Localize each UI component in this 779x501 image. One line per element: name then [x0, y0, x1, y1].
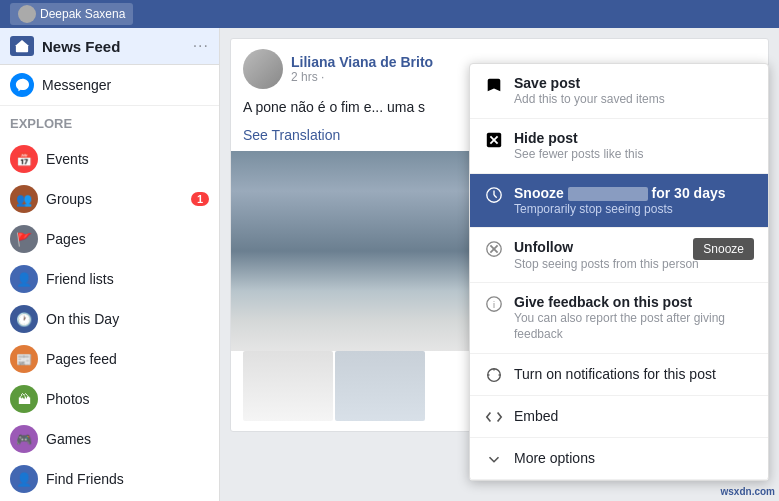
dropdown-item-snooze[interactable]: Snooze for 30 days Temporarily stop seei… — [470, 174, 768, 229]
feedback-subtitle: You can also report the post after givin… — [514, 311, 754, 342]
save-post-subtitle: Add this to your saved items — [514, 92, 754, 108]
find-friends-label: Find Friends — [46, 471, 209, 487]
thumbnail-1 — [243, 351, 333, 421]
hide-post-subtitle: See fewer posts like this — [514, 147, 754, 163]
hide-post-icon — [484, 130, 504, 150]
explore-section: Explore — [0, 106, 219, 139]
pages-label: Pages — [46, 231, 209, 247]
profile-name: Deepak Saxena — [40, 7, 125, 21]
games-label: Games — [46, 431, 209, 447]
pages-feed-icon: 📰 — [10, 345, 38, 373]
friend-lists-label: Friend lists — [46, 271, 209, 287]
snooze-title: Snooze for 30 days — [514, 184, 754, 202]
sidebar-item-pages[interactable]: 🚩 Pages — [0, 219, 219, 259]
groups-icon: 👥 — [10, 185, 38, 213]
svg-text:i: i — [493, 300, 495, 310]
save-post-icon — [484, 75, 504, 95]
more-options-label: More options — [514, 450, 595, 466]
dropdown-item-save-post[interactable]: Save post Add this to your saved items — [470, 64, 768, 119]
sidebar-item-on-this-day[interactable]: 🕐 On this Day — [0, 299, 219, 339]
on-this-day-label: On this Day — [46, 311, 209, 327]
on-this-day-icon: 🕐 — [10, 305, 38, 333]
snooze-subtitle: Temporarily stop seeing posts — [514, 202, 754, 218]
save-post-text: Save post Add this to your saved items — [514, 74, 754, 108]
photos-icon: 🏔 — [10, 385, 38, 413]
sidebar-item-find-friends[interactable]: 👤 Find Friends — [0, 459, 219, 499]
dropdown-item-notifications[interactable]: Turn on notifications for this post — [470, 354, 768, 396]
pages-icon: 🚩 — [10, 225, 38, 253]
profile-menu[interactable]: Deepak Saxena — [10, 3, 133, 25]
messenger-label: Messenger — [42, 77, 111, 93]
feedback-title: Give feedback on this post — [514, 293, 754, 311]
sidebar-item-friend-lists[interactable]: 👤 Friend lists — [0, 259, 219, 299]
hide-post-text: Hide post See fewer posts like this — [514, 129, 754, 163]
embed-icon — [484, 407, 504, 427]
groups-badge: 1 — [191, 192, 209, 206]
post-author-avatar — [243, 49, 283, 89]
content-area: Liliana Viana de Brito 2 hrs · ··· A pon… — [220, 28, 779, 501]
photos-label: Photos — [46, 391, 209, 407]
notifications-label: Turn on notifications for this post — [514, 366, 716, 382]
thumbnail-2 — [335, 351, 425, 421]
messenger-svg — [15, 78, 29, 92]
sidebar-item-games[interactable]: 🎮 Games — [0, 419, 219, 459]
hide-post-title: Hide post — [514, 129, 754, 147]
watermark: wsxdn.com — [721, 486, 775, 497]
snooze-icon — [484, 185, 504, 205]
snooze-name-redacted — [568, 187, 648, 201]
games-icon: 🎮 — [10, 425, 38, 453]
explore-title: Explore — [10, 116, 209, 131]
svg-rect-0 — [16, 45, 28, 52]
news-feed-dots[interactable]: ··· — [193, 37, 209, 55]
dropdown-item-unfollow[interactable]: Unfollow Stop seeing posts from this per… — [470, 228, 768, 283]
events-label: Events — [46, 151, 209, 167]
embed-label: Embed — [514, 408, 558, 424]
home-icon — [15, 39, 29, 53]
news-feed-icon — [10, 36, 34, 56]
dropdown-item-hide-post[interactable]: Hide post See fewer posts like this — [470, 119, 768, 174]
post-options-dropdown: Save post Add this to your saved items H… — [469, 63, 769, 481]
sidebar-item-photos[interactable]: 🏔 Photos — [0, 379, 219, 419]
sidebar-item-news-feed[interactable]: News Feed ··· — [0, 28, 219, 65]
more-options-icon — [484, 449, 504, 469]
snooze-tooltip: Snooze — [693, 238, 754, 260]
topbar: Deepak Saxena — [0, 0, 779, 28]
profile-avatar — [18, 5, 36, 23]
messenger-icon — [10, 73, 34, 97]
sidebar-item-pages-feed[interactable]: 📰 Pages feed — [0, 339, 219, 379]
svg-line-7 — [494, 195, 497, 198]
save-post-title: Save post — [514, 74, 754, 92]
news-feed-label: News Feed — [42, 38, 185, 55]
feedback-text: Give feedback on this post You can also … — [514, 293, 754, 342]
svg-marker-1 — [15, 40, 29, 46]
snooze-text: Snooze for 30 days Temporarily stop seei… — [514, 184, 754, 218]
svg-point-13 — [488, 368, 501, 381]
dropdown-item-feedback[interactable]: i Give feedback on this post You can als… — [470, 283, 768, 353]
main-layout: News Feed ··· Messenger Explore 📅 Events… — [0, 28, 779, 501]
unfollow-icon — [484, 239, 504, 259]
dropdown-item-more-options[interactable]: More options — [470, 438, 768, 480]
pages-feed-label: Pages feed — [46, 351, 209, 367]
events-icon: 📅 — [10, 145, 38, 173]
feedback-icon: i — [484, 294, 504, 314]
sidebar: News Feed ··· Messenger Explore 📅 Events… — [0, 28, 220, 501]
groups-label: Groups — [46, 191, 183, 207]
dropdown-item-embed[interactable]: Embed — [470, 396, 768, 438]
find-friends-icon: 👤 — [10, 465, 38, 493]
notifications-icon — [484, 365, 504, 385]
sidebar-item-groups[interactable]: 👥 Groups 1 — [0, 179, 219, 219]
sidebar-item-events[interactable]: 📅 Events — [0, 139, 219, 179]
sidebar-item-messenger[interactable]: Messenger — [0, 65, 219, 106]
friend-lists-icon: 👤 — [10, 265, 38, 293]
